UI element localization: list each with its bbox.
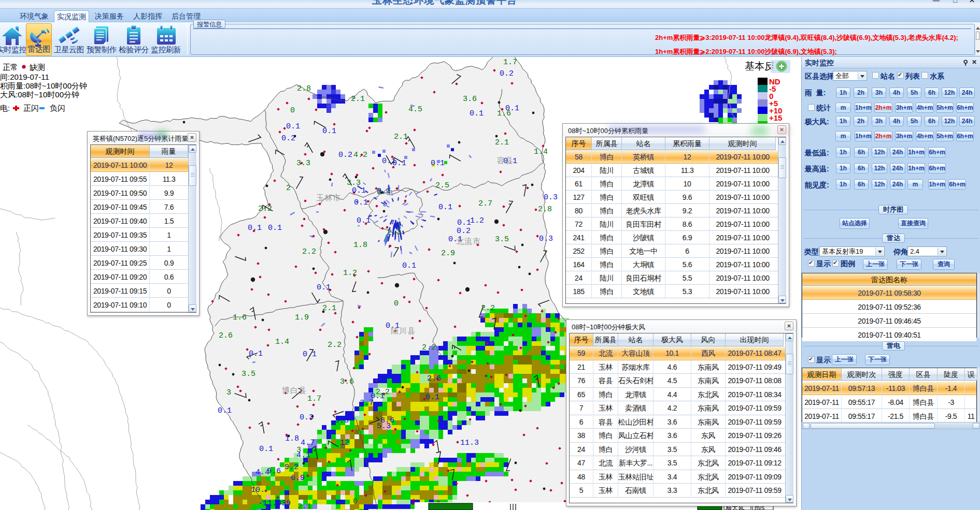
svg-text:1.4: 1.4	[275, 338, 289, 346]
svg-text:0.1: 0.1	[317, 283, 331, 292]
svg-text:2.9: 2.9	[441, 249, 455, 258]
svg-text:2.2: 2.2	[302, 247, 316, 256]
svg-text:0.3: 0.3	[544, 193, 558, 202]
svg-text:3.3: 3.3	[296, 159, 310, 168]
svg-text:3.3: 3.3	[335, 416, 349, 425]
svg-text:0.1: 0.1	[352, 186, 366, 195]
svg-text:0: 0	[394, 299, 399, 308]
svg-text:0.1: 0.1	[354, 198, 368, 207]
svg-text:0.1: 0.1	[322, 127, 336, 136]
svg-text:0: 0	[353, 497, 358, 506]
svg-text:2.3: 2.3	[387, 228, 401, 237]
svg-text:0.2: 0.2	[338, 151, 352, 159]
svg-text:1.2: 1.2	[470, 216, 484, 225]
svg-text:0.1: 0.1	[431, 159, 445, 168]
svg-text:0.3: 0.3	[381, 373, 395, 382]
svg-text:0.1: 0.1	[438, 203, 452, 212]
svg-text:0: 0	[290, 106, 295, 115]
svg-text:2.1: 2.1	[495, 138, 509, 147]
svg-text:0.2: 0.2	[500, 69, 514, 78]
svg-text:玉林市: 玉林市	[316, 193, 341, 202]
svg-text:4.2: 4.2	[353, 151, 367, 159]
svg-text:+15: +15	[769, 113, 782, 122]
svg-text:2.5: 2.5	[435, 181, 449, 190]
svg-text:2: 2	[286, 184, 291, 193]
svg-text:0.1: 0.1	[268, 224, 282, 232]
svg-text:0.1: 0.1	[259, 445, 273, 454]
svg-text:2.1: 2.1	[322, 304, 336, 313]
svg-text:10.: 10.	[251, 486, 265, 494]
svg-text:博白县: 博白县	[282, 386, 307, 395]
svg-text:0.1: 0.1	[425, 393, 439, 402]
svg-text:2.6: 2.6	[427, 374, 441, 383]
svg-text:1.8: 1.8	[285, 434, 299, 443]
svg-text:1.4: 1.4	[534, 148, 548, 156]
svg-text:0.1: 0.1	[505, 104, 519, 113]
svg-text:0.1: 0.1	[402, 261, 416, 270]
svg-text:3.7: 3.7	[360, 399, 374, 407]
svg-text:0.1: 0.1	[286, 122, 300, 131]
svg-text:电:: 电:	[0, 104, 10, 112]
svg-text:2.7: 2.7	[478, 199, 492, 208]
svg-text:0.1: 0.1	[392, 159, 406, 168]
svg-text:1.6: 1.6	[233, 313, 247, 322]
svg-text:1.2: 1.2	[343, 269, 357, 278]
svg-text:9.2: 9.2	[285, 463, 299, 472]
svg-text:0.1: 0.1	[357, 216, 371, 225]
svg-text:8.6: 8.6	[380, 416, 394, 425]
svg-text:4.1: 4.1	[296, 451, 310, 460]
svg-text:1.7: 1.7	[503, 58, 517, 67]
svg-text:2.8: 2.8	[538, 205, 552, 214]
svg-text:2.8: 2.8	[297, 84, 311, 93]
svg-text:0.1: 0.1	[248, 224, 262, 232]
svg-text:3: 3	[226, 388, 231, 397]
svg-text:容县: 容县	[497, 156, 514, 165]
svg-text:1.8: 1.8	[353, 241, 367, 250]
svg-text:0.1: 0.1	[470, 109, 484, 118]
svg-text:0.1: 0.1	[249, 349, 263, 358]
svg-text:1.9: 1.9	[295, 313, 309, 322]
svg-text:2.1: 2.1	[351, 95, 365, 104]
svg-text:0.3: 0.3	[300, 413, 314, 422]
svg-text:0.1: 0.1	[377, 187, 391, 196]
svg-text:3.6: 3.6	[463, 95, 477, 104]
svg-text:4.5: 4.5	[408, 105, 422, 114]
svg-text:3.6: 3.6	[340, 377, 354, 386]
svg-text:0.1: 0.1	[218, 406, 232, 415]
svg-text:11.3: 11.3	[460, 439, 479, 447]
svg-text:4.7: 4.7	[301, 439, 315, 447]
svg-text:2.1: 2.1	[297, 502, 311, 510]
svg-text:2.2: 2.2	[422, 343, 436, 352]
svg-text:缺测: 缺测	[30, 63, 45, 71]
svg-text:3.5: 3.5	[242, 370, 255, 378]
svg-text:2.6: 2.6	[219, 331, 233, 340]
svg-text:2.1: 2.1	[394, 133, 408, 141]
svg-text:北流市: 北流市	[456, 237, 481, 245]
svg-text:6.9: 6.9	[291, 474, 305, 483]
svg-text:0.1: 0.1	[303, 350, 317, 359]
svg-text:正闪: 正闪	[23, 104, 39, 112]
svg-text:1.7: 1.7	[307, 395, 321, 403]
svg-text:0.2: 0.2	[457, 227, 471, 236]
svg-text:积雨量:08时~10时00分钟: 积雨量:08时~10时00分钟	[0, 81, 87, 90]
svg-text:-11.039: -11.039	[258, 499, 291, 508]
svg-text:3.5: 3.5	[495, 235, 509, 244]
svg-text:0.2: 0.2	[281, 134, 295, 143]
svg-text:2.2: 2.2	[481, 304, 495, 313]
svg-text:12: 12	[340, 439, 349, 447]
svg-text:0.1: 0.1	[457, 218, 471, 227]
svg-text:基本反: 基本反	[745, 61, 774, 71]
svg-text:大风:08时~10时00分钟: 大风:08时~10时00分钟	[0, 90, 79, 99]
svg-text:2.2: 2.2	[328, 341, 342, 349]
svg-text:2.2: 2.2	[258, 205, 272, 213]
svg-text:陆川县: 陆川县	[391, 326, 416, 335]
svg-text:9.6: 9.6	[267, 467, 281, 476]
svg-text:间:2019-07-11: 间:2019-07-11	[0, 72, 49, 81]
svg-text:0.3: 0.3	[539, 235, 553, 243]
svg-text:负闪: 负闪	[50, 104, 65, 112]
svg-text:正常: 正常	[3, 63, 18, 71]
